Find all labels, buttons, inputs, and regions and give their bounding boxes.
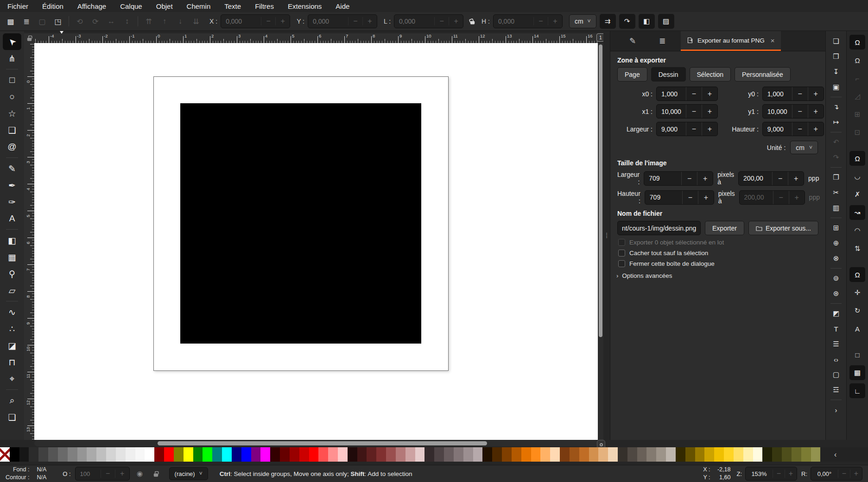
- decrement-button[interactable]: −: [348, 17, 362, 25]
- palette-swatch[interactable]: [618, 447, 627, 462]
- checkbox-close-dialog[interactable]: Fermer cette boîte de dialogue: [618, 260, 817, 267]
- palette-swatch[interactable]: [77, 447, 87, 462]
- palette-swatch[interactable]: [290, 447, 299, 462]
- checkbox-batch-export[interactable]: Exporter 0 objet sélectionné en lot: [618, 239, 817, 246]
- gradient-tool[interactable]: ◧: [3, 232, 21, 249]
- fill-stroke-indicator[interactable]: Fond : N/A Contour : N/A: [6, 466, 46, 482]
- menu-item[interactable]: Extensions: [288, 2, 322, 10]
- palette-swatch[interactable]: [695, 447, 705, 462]
- text-dialog-icon[interactable]: T: [829, 322, 843, 335]
- palette-swatch[interactable]: [145, 447, 154, 462]
- panel-splitter[interactable]: ⁞: [603, 31, 610, 440]
- palette-swatch[interactable]: [704, 447, 714, 462]
- new-document-icon[interactable]: ❏: [829, 35, 843, 48]
- canvas[interactable]: [34, 43, 598, 440]
- snap-nodes-icon[interactable]: Ω: [849, 151, 865, 166]
- palette-swatch[interactable]: [811, 447, 821, 462]
- increment-button[interactable]: +: [808, 105, 824, 118]
- menu-item[interactable]: Texte: [224, 2, 241, 10]
- spiral-tool[interactable]: @: [3, 138, 21, 155]
- filename-input[interactable]: nt/cours-1/img/dessin.png: [617, 221, 701, 235]
- vertical-ruler[interactable]: 012345678910111213: [24, 43, 34, 440]
- palette-swatch[interactable]: [637, 447, 647, 462]
- calligraphy-tool[interactable]: ✑: [3, 194, 21, 210]
- menu-item[interactable]: Édition: [42, 2, 63, 10]
- selector-tool[interactable]: ➤: [3, 33, 21, 50]
- decrement-button[interactable]: −: [792, 87, 808, 100]
- palette-swatch[interactable]: [154, 447, 164, 462]
- increment-button[interactable]: +: [697, 172, 713, 185]
- objects-dialog-tab[interactable]: ≣: [647, 31, 677, 51]
- snap-global-icon[interactable]: Ω: [849, 35, 865, 50]
- palette-swatch[interactable]: [753, 447, 763, 462]
- export-unit-dropdown[interactable]: cm ˅: [790, 141, 818, 154]
- palette-swatch[interactable]: [328, 447, 338, 462]
- lower-icon[interactable]: ↓: [173, 14, 187, 28]
- dpi-value[interactable]: 200,00: [739, 175, 772, 182]
- palette-swatch[interactable]: [212, 447, 222, 462]
- palette-swatch[interactable]: [521, 447, 531, 462]
- snap-intersections-icon[interactable]: ✗: [849, 187, 865, 202]
- palette-swatch[interactable]: [116, 447, 126, 462]
- copy-icon[interactable]: ❐: [829, 171, 843, 184]
- palette-swatch[interactable]: [550, 447, 560, 462]
- paste-icon[interactable]: ▥: [829, 201, 843, 214]
- cut-icon[interactable]: ✂: [829, 186, 843, 199]
- palette-swatch[interactable]: [318, 447, 328, 462]
- decrement-button[interactable]: −: [686, 105, 702, 118]
- palette-swatch[interactable]: [734, 447, 743, 462]
- move-patterns-toggle[interactable]: ▨: [658, 14, 674, 29]
- unit-dropdown[interactable]: cm ˅: [569, 14, 596, 28]
- eraser-tool[interactable]: ◪: [3, 337, 21, 354]
- palette-swatch[interactable]: [96, 447, 106, 462]
- decrement-button[interactable]: −: [686, 122, 702, 136]
- decrement-button[interactable]: −: [792, 105, 808, 118]
- palette-swatch[interactable]: [87, 447, 96, 462]
- select-all-layers-icon[interactable]: ≣: [19, 14, 33, 28]
- tweak-tool[interactable]: ∿: [3, 304, 21, 320]
- palette-swatch[interactable]: [405, 447, 415, 462]
- star-tool[interactable]: ☆: [3, 105, 21, 122]
- export-button[interactable]: Exporter: [705, 221, 744, 235]
- palette-swatch[interactable]: [126, 447, 135, 462]
- palette-swatch[interactable]: [348, 447, 357, 462]
- increment-button[interactable]: +: [548, 17, 562, 25]
- layer-dropdown[interactable]: (racine) ˅: [169, 467, 208, 480]
- palette-swatch[interactable]: [424, 447, 434, 462]
- export-as-button[interactable]: Exporter sous...: [748, 221, 818, 235]
- palette-swatch[interactable]: [135, 447, 145, 462]
- mesh-tool[interactable]: ▦: [3, 249, 21, 265]
- decrement-button[interactable]: −: [681, 172, 697, 185]
- palette-swatch[interactable]: [222, 447, 232, 462]
- measure-tool[interactable]: ⌖: [3, 370, 21, 387]
- width-input[interactable]: 0,000 − +: [394, 14, 463, 28]
- increment-button[interactable]: +: [808, 122, 824, 136]
- checkbox-hide-except-selection[interactable]: Cacher tout sauf la sélection: [618, 250, 817, 257]
- palette-swatch[interactable]: [801, 447, 811, 462]
- decrement-button[interactable]: −: [772, 172, 788, 185]
- snap-page-border-icon[interactable]: □: [849, 347, 865, 362]
- print-icon[interactable]: ▣: [829, 81, 843, 94]
- flip-horizontal-icon[interactable]: ↔: [104, 14, 118, 28]
- palette-swatch[interactable]: [396, 447, 405, 462]
- palette-swatch[interactable]: [29, 447, 38, 462]
- advanced-options-expander[interactable]: › Options avancées: [616, 272, 819, 279]
- menu-item[interactable]: Chemin: [187, 2, 211, 10]
- increment-button[interactable]: +: [702, 105, 717, 118]
- palette-swatch[interactable]: [743, 447, 753, 462]
- decrement-button[interactable]: −: [838, 469, 850, 478]
- connector-tool[interactable]: ⊓: [3, 354, 21, 370]
- palette-swatch[interactable]: [68, 447, 77, 462]
- zoom-tool[interactable]: ⌕: [3, 392, 21, 409]
- node-tool[interactable]: ⋔: [3, 50, 21, 67]
- decrement-button[interactable]: −: [261, 17, 275, 25]
- xml-editor-icon[interactable]: ‹›: [829, 353, 843, 366]
- checkbox[interactable]: [618, 239, 625, 246]
- increment-button[interactable]: +: [275, 17, 290, 25]
- redo-icon[interactable]: ↷: [829, 151, 843, 164]
- palette-swatch[interactable]: [299, 447, 309, 462]
- horizontal-scrollbar[interactable]: [34, 440, 598, 446]
- raise-icon[interactable]: ↑: [158, 14, 171, 28]
- palette-swatch[interactable]: [0, 447, 10, 462]
- menu-item[interactable]: Objet: [156, 2, 173, 10]
